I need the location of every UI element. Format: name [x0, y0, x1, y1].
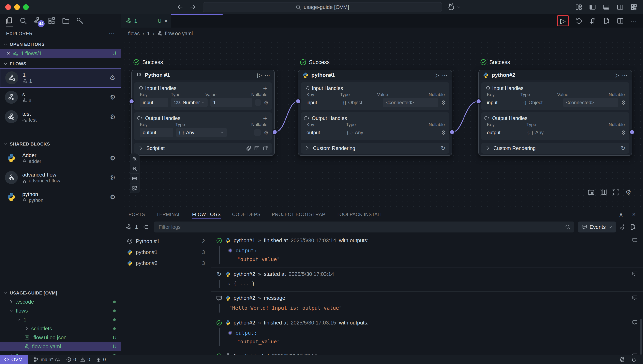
- minimap-icon[interactable]: [600, 189, 607, 196]
- back-icon[interactable]: [177, 4, 184, 10]
- custom-rendering-row[interactable]: Custom Rendering ↻: [301, 143, 449, 154]
- extensions-activity-icon[interactable]: [48, 17, 56, 25]
- tab-close-icon[interactable]: ×: [164, 18, 168, 24]
- node-python-1[interactable]: Python #1 ▷ ⋯ Input Handles ＋ KeyTypeVal…: [131, 70, 275, 156]
- remote-indicator[interactable]: OVM: [0, 355, 28, 364]
- custom-rendering-row[interactable]: Custom Rendering ↻: [481, 143, 629, 154]
- problems-item[interactable]: 0 0: [66, 357, 90, 362]
- shared-blocks-header[interactable]: SHARED BLOCKS: [0, 140, 121, 148]
- list-collapse-icon[interactable]: [143, 224, 149, 230]
- comment-icon[interactable]: [632, 320, 638, 325]
- open-external-icon[interactable]: [262, 145, 268, 151]
- node-more-icon[interactable]: ⋯: [264, 72, 270, 78]
- input-key-field[interactable]: input: [140, 98, 168, 107]
- flows-section-header[interactable]: FLOWS: [0, 60, 121, 68]
- oomol-rabbit-icon[interactable]: [619, 356, 625, 362]
- input-handle[interactable]: [476, 99, 481, 103]
- notifications-bell-icon[interactable]: [631, 356, 637, 362]
- input-type-select[interactable]: 123Number: [171, 98, 208, 107]
- input-handle[interactable]: [130, 99, 134, 103]
- editor-more-actions-icon[interactable]: ⋯: [630, 17, 637, 25]
- tree-item-1[interactable]: 1: [0, 315, 121, 324]
- shared-block-python[interactable]: python python ⚙: [0, 187, 121, 207]
- filter-logs-input[interactable]: [158, 224, 565, 230]
- toggle-sidebar-icon[interactable]: [589, 4, 596, 10]
- tree-item-flow-yaml[interactable]: flow.oo.yamlU: [0, 342, 121, 351]
- handle-settings-gear-icon[interactable]: ⚙: [264, 99, 268, 106]
- run-node-icon[interactable]: ▷: [257, 72, 262, 78]
- zoom-out-icon[interactable]: [130, 164, 139, 174]
- log-source-item[interactable]: python#23: [121, 258, 210, 268]
- flow-item-s[interactable]: s a ⚙: [0, 88, 121, 107]
- ports-item[interactable]: 0: [96, 357, 106, 362]
- handle-settings-gear-icon[interactable]: ⚙: [264, 129, 268, 136]
- folder-activity-icon[interactable]: [62, 17, 70, 25]
- tab-project-bootstrap[interactable]: PROJECT BOOTSTRAP: [272, 209, 325, 220]
- tab-flow-logs[interactable]: FLOW LOGS: [192, 209, 221, 220]
- handle-settings-gear-icon[interactable]: ⚙: [441, 129, 446, 136]
- tab-ports[interactable]: PORTS: [128, 209, 145, 220]
- tree-item-vscode[interactable]: .vscode: [0, 297, 121, 306]
- log-source-item[interactable]: Python #12: [121, 236, 210, 247]
- maximize-window-button[interactable]: [23, 4, 29, 10]
- handle-settings-gear-icon[interactable]: ⚙: [441, 99, 446, 106]
- comment-icon[interactable]: [632, 271, 638, 277]
- nullable-checkbox[interactable]: [255, 99, 261, 106]
- workspace-section-header[interactable]: USAGE-GUIDE [OVM]: [0, 289, 121, 297]
- handle-settings-gear-icon[interactable]: ⚙: [621, 129, 626, 136]
- breadcrumb-item[interactable]: 1: [147, 30, 150, 36]
- manage-gear-icon[interactable]: [630, 4, 637, 10]
- run-node-icon[interactable]: ▷: [434, 72, 439, 78]
- tab-code-deps[interactable]: CODE DEPS: [232, 209, 260, 220]
- notebook-icon[interactable]: [254, 145, 260, 151]
- run-node-icon[interactable]: ▷: [614, 72, 619, 78]
- screenshot-icon[interactable]: [588, 189, 594, 196]
- scriptlet-row[interactable]: Scriptlet: [134, 143, 272, 154]
- flows-activity-icon[interactable]: 44: [34, 17, 41, 25]
- add-output-icon[interactable]: ＋: [262, 114, 268, 123]
- explorer-activity-icon[interactable]: [5, 17, 13, 25]
- output-handle[interactable]: [450, 130, 454, 134]
- search-activity-icon[interactable]: [20, 17, 27, 25]
- tab-flow-1[interactable]: 1 U ×: [121, 14, 171, 28]
- input-value-field[interactable]: 1: [210, 98, 252, 107]
- output-key-field[interactable]: output: [140, 128, 173, 137]
- comment-icon[interactable]: [632, 237, 638, 243]
- sync-cloud-icon[interactable]: [55, 357, 60, 362]
- panel-close-icon[interactable]: ×: [632, 211, 636, 218]
- rerun-icon[interactable]: [575, 17, 582, 24]
- tab-terminal[interactable]: TERMINAL: [156, 209, 180, 220]
- panel-maximize-icon[interactable]: ∧: [619, 211, 623, 218]
- fullscreen-icon[interactable]: [613, 189, 620, 196]
- toggle-secondary-sidebar-icon[interactable]: [617, 4, 624, 10]
- node-more-icon[interactable]: ⋯: [622, 72, 628, 78]
- flow-settings-gear-icon[interactable]: ⚙: [110, 94, 116, 101]
- nullable-checkbox[interactable]: [254, 129, 261, 136]
- comment-icon[interactable]: [632, 295, 638, 300]
- add-input-icon[interactable]: ＋: [262, 84, 268, 93]
- flow-settings-gear-icon[interactable]: ⚙: [110, 113, 116, 120]
- log-entries[interactable]: python#1 » finished at 2025/5/30 17:03:1…: [211, 234, 643, 355]
- key-activity-icon[interactable]: [76, 17, 84, 25]
- input-handle[interactable]: [296, 99, 300, 103]
- expand-arrow-icon[interactable]: ▸: [228, 280, 231, 288]
- flow-settings-gear-icon[interactable]: ⚙: [110, 74, 115, 82]
- node-header[interactable]: python#2 ▷ ⋯: [479, 70, 632, 80]
- refresh-icon[interactable]: ↻: [441, 145, 446, 152]
- run-flow-button[interactable]: ▷: [560, 17, 566, 25]
- zoom-in-icon[interactable]: [130, 154, 139, 164]
- clear-logs-broom-icon[interactable]: [620, 224, 626, 230]
- tree-item-flow-ui-json[interactable]: .flow.ui.oo.jsonU: [0, 333, 121, 342]
- comment-icon[interactable]: [632, 353, 638, 355]
- canvas-settings-gear-icon[interactable]: ⚙: [625, 188, 631, 196]
- export-logs-icon[interactable]: [630, 224, 636, 230]
- minimize-window-button[interactable]: [14, 4, 20, 10]
- block-settings-gear-icon[interactable]: ⚙: [110, 174, 116, 182]
- output-type-select[interactable]: {..}Any: [176, 128, 227, 137]
- split-editor-icon[interactable]: [617, 17, 624, 24]
- flow-item-test[interactable]: test test ⚙: [0, 107, 121, 126]
- attach-icon[interactable]: [246, 145, 251, 151]
- node-header[interactable]: python#1 ▷ ⋯: [298, 70, 452, 80]
- command-center-search[interactable]: usage-guide [OVM]: [203, 2, 442, 12]
- breadcrumb-item[interactable]: flows: [128, 30, 140, 36]
